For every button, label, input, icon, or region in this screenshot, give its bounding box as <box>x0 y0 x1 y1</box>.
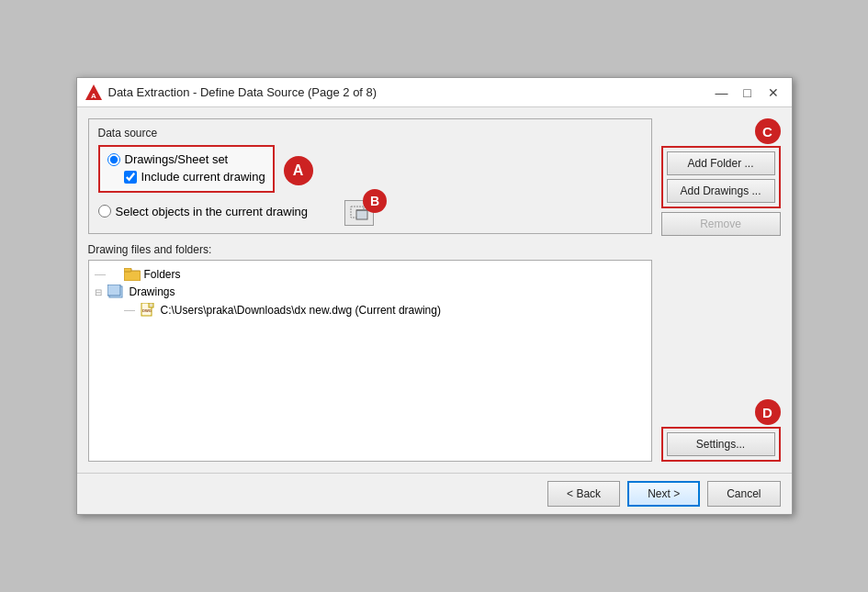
drawings-label: Drawings <box>130 285 175 298</box>
drawing-files-section: Drawing files and folders: ┄┄ Folders <box>88 243 652 462</box>
titlebar-left: A Data Extraction - Define Data Source (… <box>85 84 378 102</box>
folder-icon <box>124 268 141 281</box>
maximize-button[interactable]: □ <box>737 83 759 103</box>
settings-group: Settings... <box>661 427 781 462</box>
remove-button[interactable]: Remove <box>661 212 781 236</box>
side-panel: C Add Folder ... Add Drawings ... Remove… <box>661 118 781 462</box>
svg-rect-8 <box>107 285 120 296</box>
svg-rect-3 <box>356 210 367 219</box>
include-current-label[interactable]: Include current drawing <box>141 170 265 184</box>
badge-a: A <box>284 156 313 185</box>
datasource-section: Data source Drawings/Sheet set Include c… <box>88 118 652 234</box>
side-spacer <box>661 241 781 394</box>
add-drawings-button[interactable]: Add Drawings ... <box>667 179 775 203</box>
dialog-footer: < Back Next > Cancel <box>77 473 792 514</box>
dwg-file-path: C:\Users\praka\Downloads\dx new.dwg (Cur… <box>161 304 441 317</box>
titlebar: A Data Extraction - Define Data Source (… <box>77 78 792 107</box>
svg-rect-5 <box>124 271 141 281</box>
svg-text:DWG: DWG <box>142 308 152 313</box>
c-badge-row: C <box>661 118 781 144</box>
dialog-content: Data source Drawings/Sheet set Include c… <box>77 107 792 473</box>
badge-d: D <box>755 399 781 425</box>
svg-text:A: A <box>91 92 96 100</box>
folders-label: Folders <box>144 268 181 281</box>
option2-row: Select objects in the current drawing <box>98 205 309 218</box>
main-panel: Data source Drawings/Sheet set Include c… <box>88 118 652 462</box>
select-objects-radio[interactable] <box>98 205 111 218</box>
include-current-row: Include current drawing <box>124 170 265 184</box>
dialog-window: A Data Extraction - Define Data Source (… <box>76 77 793 515</box>
autocad-logo-icon: A <box>85 84 103 102</box>
drawings-radio[interactable] <box>107 153 120 166</box>
drawings-icon <box>107 285 124 299</box>
tree-line-folders: ┄┄ <box>95 270 106 280</box>
settings-button[interactable]: Settings... <box>667 432 775 456</box>
badge-c: C <box>755 118 781 144</box>
tree-line-dwg: ┄┄ <box>124 306 135 316</box>
drawings-radio-label[interactable]: Drawings/Sheet set <box>125 152 229 166</box>
include-current-checkbox[interactable] <box>124 171 137 184</box>
titlebar-controls: — □ ✕ <box>711 83 784 103</box>
svg-rect-10 <box>149 303 153 307</box>
window-title: Data Extraction - Define Data Source (Pa… <box>108 85 378 99</box>
close-button[interactable]: ✕ <box>762 83 784 103</box>
tree-line-drawings: ⊟ <box>95 287 102 297</box>
dwg-file-icon: DWG <box>141 303 155 318</box>
c-buttons-group: Add Folder ... Add Drawings ... <box>661 146 781 208</box>
select-objects-label[interactable]: Select objects in the current drawing <box>116 205 309 218</box>
c-group-container: C Add Folder ... Add Drawings ... Remove <box>661 118 781 236</box>
datasource-box: Drawings/Sheet set Include current drawi… <box>98 145 275 193</box>
badge-b: B <box>363 189 387 213</box>
cancel-button[interactable]: Cancel <box>707 481 780 507</box>
datasource-row: Drawings/Sheet set Include current drawi… <box>98 145 642 196</box>
next-button[interactable]: Next > <box>627 481 700 507</box>
d-group-container: D Settings... <box>661 399 781 462</box>
tree-drawings[interactable]: ⊟ Drawings <box>95 283 646 301</box>
add-folder-button[interactable]: Add Folder ... <box>667 151 775 175</box>
minimize-button[interactable]: — <box>711 83 733 103</box>
d-badge-row: D <box>661 399 781 425</box>
svg-rect-6 <box>124 268 131 272</box>
tree-folders[interactable]: ┄┄ Folders <box>95 266 646 283</box>
option1-row: Drawings/Sheet set <box>107 152 265 166</box>
icon-btn-b-container: B <box>344 200 374 226</box>
back-button[interactable]: < Back <box>547 481 620 507</box>
datasource-label: Data source <box>98 127 642 140</box>
drawing-files-label: Drawing files and folders: <box>88 243 652 256</box>
drawing-tree[interactable]: ┄┄ Folders ⊟ <box>88 260 652 462</box>
tree-dwg-file[interactable]: ┄┄ DWG C:\Users\praka\Downloads\dx new.d… <box>95 301 646 319</box>
